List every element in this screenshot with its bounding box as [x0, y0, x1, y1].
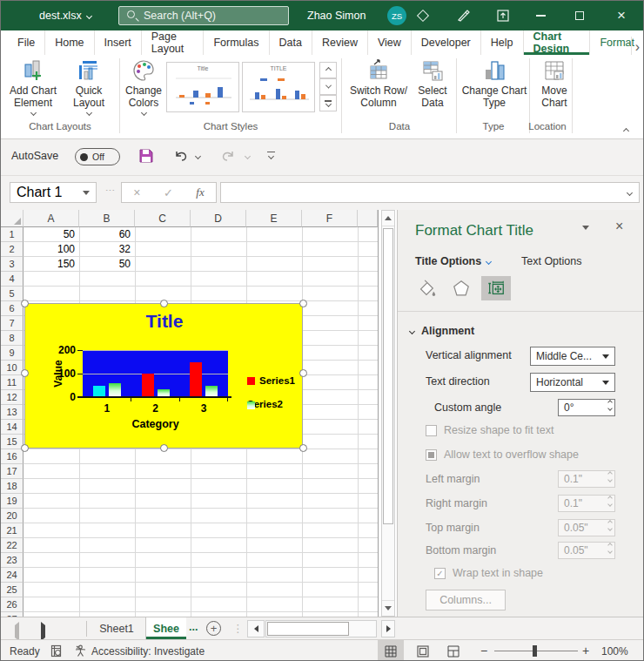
size-properties-tab[interactable] — [481, 276, 511, 300]
collapse-ribbon-button[interactable] — [624, 121, 628, 137]
cell-B1[interactable]: 60 — [79, 227, 134, 241]
row-header-18[interactable]: 18 — [1, 479, 23, 494]
insert-function-icon[interactable]: fx — [196, 185, 204, 199]
zoom-slider-thumb[interactable] — [533, 645, 537, 657]
column-header-B[interactable]: B — [79, 210, 135, 227]
row-header-3[interactable]: 3 — [1, 257, 23, 272]
pane-options-dropdown-icon[interactable] — [582, 226, 589, 230]
sheet-grid[interactable]: ABCDEF 123456789101112131415161718192021… — [1, 210, 397, 617]
ribbon-tab-insert[interactable]: Insert — [95, 30, 142, 55]
row-header-21[interactable]: 21 — [1, 523, 23, 538]
column-header-E[interactable]: E — [246, 210, 302, 227]
macro-record-icon[interactable] — [50, 644, 63, 660]
view-normal-button[interactable] — [378, 640, 404, 661]
row-header-7[interactable]: 7 — [1, 316, 23, 331]
row-header-14[interactable]: 14 — [1, 420, 23, 435]
add-chart-element-button[interactable]: Add Chart Element — [4, 57, 62, 115]
minimize-button[interactable] — [527, 1, 553, 30]
tab-title-options[interactable]: Title Options — [415, 255, 491, 267]
row-header-24[interactable]: 24 — [1, 568, 23, 583]
change-colors-button[interactable]: Change Colors — [121, 57, 166, 115]
chart-title[interactable]: Title — [25, 311, 304, 332]
ribbon-display-icon[interactable] — [490, 1, 516, 30]
select-all-corner[interactable] — [1, 210, 23, 227]
cell-A2[interactable]: 100 — [23, 242, 78, 256]
row-header-19[interactable]: 19 — [1, 494, 23, 509]
row-header-22[interactable]: 22 — [1, 538, 23, 553]
ribbon-tab-formulas[interactable]: Formulas — [204, 30, 269, 55]
zoom-level[interactable]: 100% — [601, 645, 628, 658]
ribbon-tab-data[interactable]: Data — [270, 30, 312, 55]
sheet-nav-next-icon[interactable] — [41, 625, 45, 637]
ribbon-tab-view[interactable]: View — [368, 30, 412, 55]
vertical-scroll-thumb[interactable] — [383, 228, 393, 524]
bar-Series1-cat3[interactable] — [190, 362, 202, 398]
ribbon-tab-page-layout[interactable]: Page Layout — [142, 30, 205, 55]
zoom-in-button[interactable]: + — [582, 644, 589, 658]
cell-A1[interactable]: 50 — [23, 227, 78, 241]
formula-input[interactable] — [220, 182, 640, 203]
row-header-13[interactable]: 13 — [1, 405, 23, 420]
vertical-scrollbar[interactable] — [381, 210, 395, 617]
sheet-tab-sheet1[interactable]: Sheet1 — [88, 617, 145, 639]
selection-handle[interactable] — [299, 300, 307, 307]
maximize-button[interactable] — [567, 1, 593, 30]
close-button[interactable]: × — [608, 1, 634, 30]
expand-formula-bar-icon[interactable] — [627, 189, 633, 195]
sheet-nav-prev-icon[interactable] — [15, 625, 19, 637]
row-header-2[interactable]: 2 — [1, 242, 23, 257]
legend-item-Series2[interactable]: Series2 — [247, 399, 283, 409]
search-input[interactable]: Search (Alt+Q) — [118, 6, 289, 25]
text-direction-select[interactable]: Horizontal — [530, 373, 615, 392]
selection-handle[interactable] — [160, 444, 168, 452]
row-header-23[interactable]: 23 — [1, 553, 23, 568]
add-sheet-button[interactable]: + — [206, 621, 221, 636]
row-header-8[interactable]: 8 — [1, 331, 23, 346]
scroll-down-button[interactable] — [382, 600, 394, 616]
customize-qat-button[interactable] — [267, 152, 275, 159]
vertical-alignment-select[interactable]: Middle Ce... — [530, 347, 615, 366]
switch-row-column-button[interactable]: Switch Row/ Column — [345, 57, 412, 109]
row-header-4[interactable]: 4 — [1, 272, 23, 287]
bar-Series2-cat1[interactable] — [109, 383, 121, 397]
row-header-5[interactable]: 5 — [1, 287, 23, 301]
view-page-break-button[interactable] — [440, 640, 466, 661]
cell-B2[interactable]: 32 — [79, 242, 134, 256]
select-data-button[interactable]: Select Data — [410, 57, 455, 109]
column-header-F[interactable]: F — [302, 210, 358, 227]
selection-handle[interactable] — [299, 444, 307, 452]
row-header-9[interactable]: 9 — [1, 346, 23, 361]
enter-icon[interactable]: ✓ — [164, 186, 173, 199]
row-header-26[interactable]: 26 — [1, 597, 23, 612]
ribbon-tab-help[interactable]: Help — [481, 30, 524, 55]
hscroll-thumb[interactable] — [267, 622, 349, 636]
pen-mode-icon[interactable] — [450, 1, 476, 30]
row-header-12[interactable]: 12 — [1, 390, 23, 405]
ribbon-tab-developer[interactable]: Developer — [412, 30, 481, 55]
hscroll-left-button[interactable] — [247, 620, 265, 637]
y-axis-title[interactable]: Value — [52, 360, 64, 387]
gallery-more-button[interactable] — [319, 95, 337, 111]
undo-button[interactable] — [173, 148, 189, 166]
accessibility-icon[interactable] — [74, 644, 87, 660]
undo-dropdown-chevron[interactable] — [195, 153, 201, 159]
selection-handle[interactable] — [299, 369, 307, 377]
effects-tab[interactable] — [446, 276, 476, 300]
bar-Series1-cat2[interactable] — [142, 374, 154, 397]
hscroll-track[interactable] — [265, 620, 377, 637]
redo-button[interactable] — [220, 148, 236, 166]
chart-plot-area[interactable] — [83, 350, 228, 397]
document-title[interactable]: dest.xlsx — [39, 1, 91, 30]
autosave-toggle[interactable]: Off — [75, 148, 120, 165]
ribbon-tab-chart-design[interactable]: Chart Design — [524, 30, 591, 55]
row-header-1[interactable]: 1 — [1, 227, 23, 242]
row-header-16[interactable]: 16 — [1, 449, 23, 464]
quick-layout-button[interactable]: Quick Layout — [64, 57, 114, 115]
tab-text-options[interactable]: Text Options — [521, 255, 581, 267]
premium-diamond-icon[interactable] — [410, 1, 436, 30]
x-axis-title[interactable]: Category — [83, 418, 228, 430]
name-box[interactable]: Chart 1 — [10, 182, 97, 203]
selection-handle[interactable] — [21, 444, 29, 452]
row-header-17[interactable]: 17 — [1, 464, 23, 479]
ribbon-tab-file[interactable]: File — [8, 30, 45, 55]
